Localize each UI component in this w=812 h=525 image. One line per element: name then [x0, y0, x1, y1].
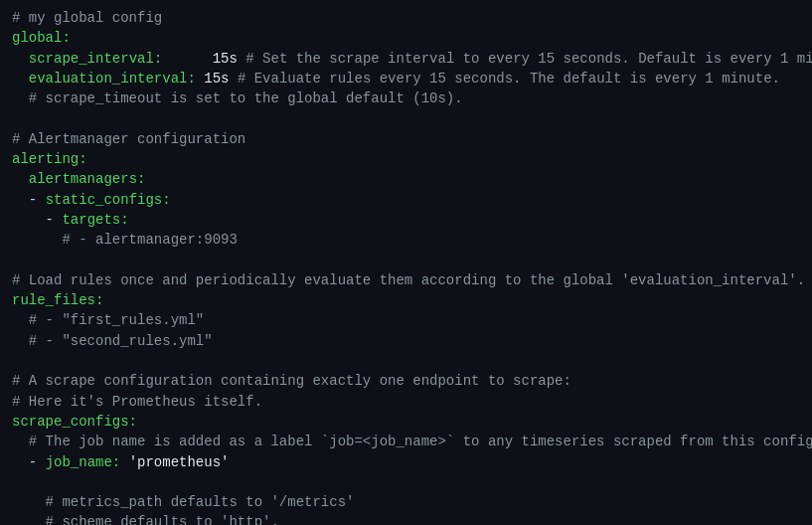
code-line-19: # A scrape configuration containing exac…: [12, 371, 800, 391]
code-line-7: # Alertmanager configuration: [12, 129, 800, 149]
code-line-20: # Here it's Prometheus itself.: [12, 392, 800, 412]
code-line-23: - job_name: 'prometheus': [12, 452, 800, 472]
code-line-2: global:: [12, 28, 800, 48]
code-line-1: # my global config: [12, 8, 800, 28]
code-line-14: # Load rules once and periodically evalu…: [12, 270, 800, 290]
code-line-21: scrape_configs:: [12, 412, 800, 432]
code-line-25: # metrics_path defaults to '/metrics': [12, 492, 800, 512]
code-line-3: scrape_interval: 15s # Set the scrape in…: [12, 49, 800, 69]
code-line-10: - static_configs:: [12, 190, 800, 210]
code-line-15: rule_files:: [12, 290, 800, 310]
code-line-22: # The job name is added as a label `job=…: [12, 432, 800, 451]
code-line-18: [12, 351, 800, 371]
code-line-26: # scheme defaults to 'http'.: [12, 512, 800, 525]
code-line-4: evaluation_interval: 15s # Evaluate rule…: [12, 69, 800, 88]
code-line-6: [12, 108, 800, 128]
code-line-9: alertmanagers:: [12, 169, 800, 189]
code-line-17: # - "second_rules.yml": [12, 331, 800, 351]
code-editor: # my global config global: scrape_interv…: [0, 0, 812, 525]
code-line-12: # - alertmanager:9093: [12, 230, 800, 250]
code-line-8: alerting:: [12, 149, 800, 169]
code-line-16: # - "first_rules.yml": [12, 310, 800, 330]
code-line-5: # scrape_timeout is set to the global de…: [12, 88, 800, 108]
code-line-24: [12, 472, 800, 492]
code-line-11: - targets:: [12, 210, 800, 230]
code-line-13: [12, 251, 800, 270]
